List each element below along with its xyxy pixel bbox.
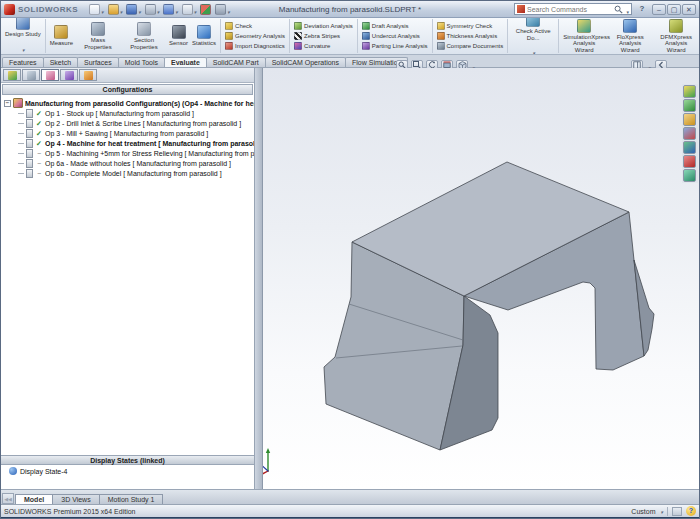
rebuild-icon [200,4,211,15]
deviation-analysis-icon [294,22,302,30]
tab-mold-tools[interactable]: Mold Tools [118,57,165,67]
undo-button[interactable] [162,3,179,16]
configuration-item-op3[interactable]: ✓ Op 3 - Mill + Sawing [ Manufacturing f… [18,128,254,138]
tab-solidcam-part[interactable]: SolidCAM Part [206,57,266,67]
tab-evaluate[interactable]: Evaluate [164,57,207,67]
collapse-expander-icon[interactable]: − [4,100,11,107]
title-bar: SOLIDWORKS Manufacturing from parasolid.… [1,1,699,18]
file-explorer-tab[interactable] [683,113,696,126]
parting-line-analysis-button[interactable]: Parting Line Analysis [362,42,428,50]
draft-analysis-button[interactable]: Draft Analysis [362,22,428,30]
check-button[interactable]: Check [225,22,285,30]
configurationmanager-tab[interactable] [41,69,59,81]
solidcam-tab[interactable] [683,169,696,182]
search-scope-chevron-icon[interactable] [625,0,629,18]
graphics-viewport[interactable] [263,68,699,489]
unit-system-selector[interactable]: Custom [631,508,655,515]
save-button[interactable] [125,3,142,16]
motion-study-tab[interactable]: Motion Study 1 [99,494,164,504]
draft-analysis-icon [362,22,370,30]
statistics-button[interactable]: Statistics [190,24,218,48]
mass-properties-button[interactable]: Mass Properties [75,21,121,51]
geometry-analysis-button[interactable]: Geometry Analysis [225,32,285,40]
dimxpertmanager-icon [65,71,74,80]
display-state-icon [9,467,17,475]
sensor-button[interactable]: Sensor [167,24,190,48]
configuration-item-op1[interactable]: ✓ Op 1 - Stock up [ Manufacturing from p… [18,108,254,118]
import-diagnostics-icon [225,42,233,50]
solidworks-resources-tab[interactable] [683,85,696,98]
new-document-button[interactable] [88,3,105,16]
config-state-icon: − [35,149,43,158]
displaymanager-icon [84,71,93,80]
design-study-button[interactable]: Design Study [3,18,43,55]
open-folder-icon [108,4,119,15]
print-button[interactable] [144,3,161,16]
dimxpertmanager-tab[interactable] [60,69,78,81]
help-menu-button[interactable]: ? [636,3,648,15]
thickness-analysis-button[interactable]: Thickness Analysis [437,32,504,40]
curvature-button[interactable]: Curvature [294,42,353,50]
print-icon [145,4,156,15]
options-button[interactable] [214,3,231,16]
import-diagnostics-button[interactable]: Import Diagnostics [225,42,285,50]
configurationmanager-icon [46,71,55,80]
dfmxpress-icon [669,19,683,33]
configuration-item-op5[interactable]: − Op 5 - Machining +5mm for Stress Relie… [18,148,254,158]
magnifier-icon[interactable] [614,5,623,14]
display-states-header[interactable]: Display States (linked) [1,455,254,465]
tab-surfaces[interactable]: Surfaces [77,57,119,67]
appearances-scenes-tab[interactable] [683,141,696,154]
configuration-root[interactable]: − Manufacturing from parasolid Configura… [4,98,254,108]
chevron-down-icon [193,0,197,18]
study-tab-bar: ◀◀ Model 3D Views Motion Study 1 [1,489,699,504]
restore-button[interactable] [667,4,681,15]
rebuild-button[interactable] [199,3,212,16]
configuration-item-op6b[interactable]: − Op 6b - Complete Model [ Manufacturing… [18,168,254,178]
configuration-icon [26,109,33,118]
featuremanager-tab[interactable] [3,69,21,81]
panel-splitter[interactable] [255,68,263,489]
undercut-analysis-button[interactable]: Undercut Analysis [362,32,428,40]
ribbon-evaluate: Design Study Measure Mass Properties Sec… [1,18,699,55]
3d-views-tab[interactable]: 3D Views [52,494,99,504]
quick-tips-help-icon[interactable]: ? [686,506,696,516]
command-tab-bar: Features Sketch Surfaces Mold Tools Eval… [1,55,699,68]
check-active-document-button[interactable]: Check Active Do... [510,18,556,55]
design-library-tab[interactable] [683,99,696,112]
compare-documents-icon [437,42,445,50]
configuration-item-op2[interactable]: ✓ Op 2 - Drill Inlet & Scribe Lines [ Ma… [18,118,254,128]
view-palette-tab[interactable] [683,127,696,140]
simulationxpress-wizard-button[interactable]: SimulationXpress Analysis Wizard [561,18,607,54]
compare-documents-button[interactable]: Compare Documents [437,42,504,50]
tags-icon[interactable] [672,507,682,516]
symmetry-check-button[interactable]: Symmetry Check [437,22,504,30]
zebra-stripes-button[interactable]: Zebra Stripes [294,32,353,40]
status-bar: SOLIDWORKS Premium 2015 x64 Edition Cust… [1,504,699,517]
search-input[interactable] [527,6,612,13]
open-button[interactable] [107,3,124,16]
tab-features[interactable]: Features [2,57,44,67]
display-state-item[interactable]: Display State-4 [1,465,254,477]
chevron-down-icon [119,0,123,18]
deviation-analysis-button[interactable]: Deviation Analysis [294,22,353,30]
configuration-item-op6a[interactable]: − Op 6a - Made without holes [ Manufactu… [18,158,254,168]
tab-solidcam-operations[interactable]: SolidCAM Operations [265,57,346,67]
tab-sketch[interactable]: Sketch [43,57,78,67]
floxpress-wizard-button[interactable]: FloXpress Analysis Wizard [607,18,653,54]
propertymanager-icon [27,71,36,80]
propertymanager-tab[interactable] [22,69,40,81]
panel-footer [1,477,254,489]
section-properties-button[interactable]: Section Properties [121,21,167,51]
dfmxpress-wizard-button[interactable]: DFMXpress Analysis Wizard [653,18,699,54]
section-properties-icon [137,22,151,36]
minimize-button[interactable] [652,4,666,15]
displaymanager-tab[interactable] [79,69,97,81]
select-button[interactable] [181,3,198,16]
model-tab[interactable]: Model [15,494,53,504]
tab-scroll-left-button[interactable]: ◀◀ [2,493,14,504]
custom-properties-tab[interactable] [683,155,696,168]
measure-button[interactable]: Measure [48,24,75,48]
close-button[interactable] [682,4,696,15]
configuration-item-op4-active[interactable]: ✓ Op 4 - Machine for heat treatment [ Ma… [18,138,254,148]
